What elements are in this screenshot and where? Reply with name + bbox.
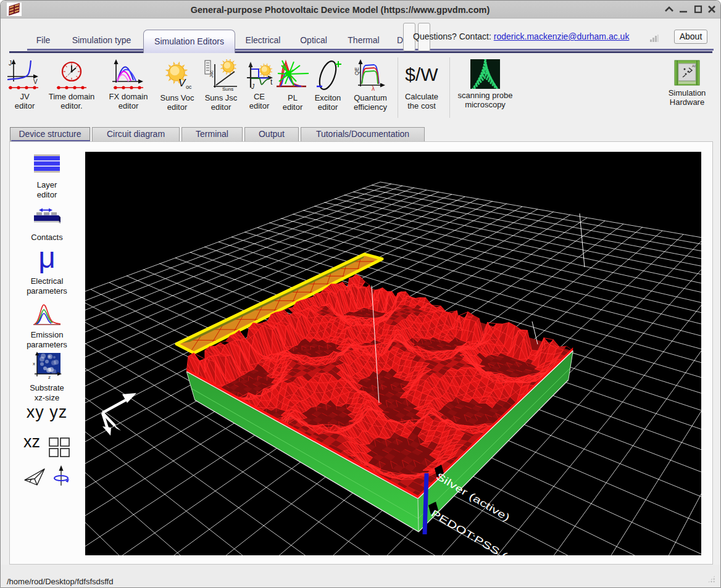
svg-text:z: z (48, 375, 51, 379)
svg-text:Jsc: Jsc (209, 70, 214, 78)
svg-text:Suns: Suns (222, 86, 233, 91)
svg-text:AI: AI (692, 64, 696, 68)
svg-text:V: V (33, 78, 38, 85)
svg-text:λ: λ (372, 85, 375, 91)
svg-text:$/W: $/W (405, 64, 438, 85)
svg-text:oc: oc (186, 84, 192, 90)
svg-text:QE: QE (354, 67, 360, 75)
svg-text:x: x (33, 361, 35, 366)
svg-text:J: J (9, 60, 12, 67)
svg-text:μ: μ (38, 246, 56, 274)
svg-text:J: J (251, 83, 255, 90)
